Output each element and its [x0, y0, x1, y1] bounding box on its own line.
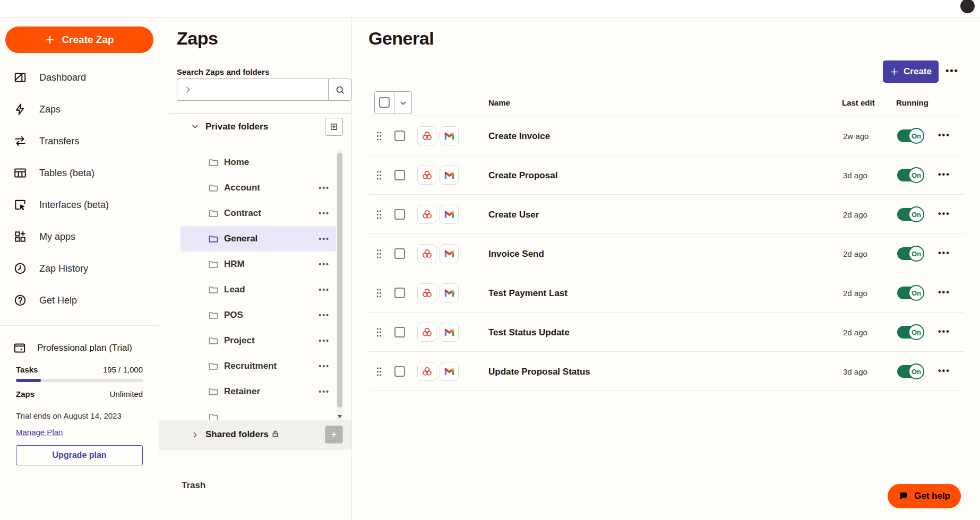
drag-handle-icon[interactable]	[375, 288, 383, 299]
running-toggle[interactable]: On	[897, 169, 923, 181]
last-edit-value: 2w ago	[843, 132, 869, 141]
private-folders-header[interactable]: Private folders	[159, 118, 351, 136]
row-menu-button[interactable]: •••	[938, 209, 950, 219]
scrollbar-down-arrow[interactable]	[338, 415, 342, 418]
running-toggle[interactable]: On	[897, 287, 923, 299]
folder-item[interactable]: Recruitment •••	[180, 353, 336, 379]
folder-more-menu-button[interactable]: •••	[945, 65, 959, 76]
running-toggle[interactable]: On	[897, 129, 923, 142]
zap-name-link[interactable]: Update Proposal Status	[488, 367, 590, 377]
folder-menu-button[interactable]: •••	[319, 184, 330, 192]
row-checkbox[interactable]	[394, 327, 405, 337]
toggle-on-label: On	[908, 206, 924, 222]
trash-link[interactable]: Trash	[182, 480, 205, 491]
row-menu-button[interactable]: •••	[938, 248, 950, 258]
lock-icon	[271, 429, 280, 438]
sidebar-item-tables[interactable]: Tables (beta)	[0, 157, 159, 189]
topbar	[0, 0, 980, 18]
select-all-checkbox[interactable]	[379, 97, 390, 108]
folder-menu-button[interactable]: •••	[319, 336, 330, 345]
folder-item[interactable]: Project •••	[180, 328, 336, 353]
chevron-down-icon[interactable]	[399, 99, 408, 108]
zap-name-link[interactable]: Create Invoice	[488, 131, 550, 142]
user-avatar[interactable]	[960, 0, 975, 13]
drag-handle-icon[interactable]	[375, 170, 383, 181]
zoho-icon	[417, 283, 436, 302]
zap-name-link[interactable]: Test Status Update	[488, 327, 570, 338]
running-toggle[interactable]: On	[897, 365, 923, 378]
drag-handle-icon[interactable]	[375, 327, 383, 338]
folder-menu-button[interactable]: •••	[319, 209, 330, 218]
shared-folders-label: Shared folders	[205, 429, 269, 440]
row-checkbox[interactable]	[394, 248, 405, 259]
row-menu-button[interactable]: •••	[938, 288, 950, 297]
row-checkbox[interactable]	[394, 209, 405, 220]
zoho-icon	[417, 244, 436, 263]
row-menu-button[interactable]: •••	[938, 327, 950, 336]
drag-handle-icon[interactable]	[375, 209, 383, 220]
sidebar-item-get-help[interactable]: Get Help	[0, 284, 159, 316]
folder-menu-button[interactable]: •••	[319, 362, 330, 370]
zap-name-link[interactable]: Invoice Send	[488, 249, 544, 259]
plan-name: Professional plan (Trial)	[37, 343, 132, 353]
add-shared-folder-button[interactable]	[325, 426, 343, 444]
row-checkbox[interactable]	[394, 170, 405, 180]
sidebar-item-my-apps[interactable]: My apps	[0, 221, 159, 253]
last-edit-value: 2d ago	[843, 328, 867, 337]
create-button[interactable]: Create	[883, 60, 939, 83]
folder-item[interactable]: Home •••	[180, 150, 336, 175]
folder-item[interactable]: Lead •••	[180, 277, 336, 302]
folder-item[interactable]: POS •••	[180, 302, 336, 328]
clock-icon	[13, 262, 27, 275]
create-zap-button[interactable]: Create Zap	[5, 27, 153, 53]
zap-name-link[interactable]: Test Payment Last	[488, 288, 568, 299]
column-header-name: Name	[488, 98, 510, 107]
zaps-label: Zaps	[16, 389, 35, 401]
manage-plan-link[interactable]: Manage Plan	[16, 428, 63, 437]
apps-grid-icon	[13, 230, 27, 244]
drag-handle-icon[interactable]	[375, 248, 383, 259]
folder-item[interactable]: HRM •••	[180, 252, 336, 277]
running-toggle[interactable]: On	[897, 208, 923, 221]
folder-item[interactable]: Account •••	[180, 175, 336, 201]
running-toggle[interactable]: On	[897, 326, 923, 339]
search-button[interactable]	[328, 79, 351, 101]
sidebar-item-interfaces[interactable]: Interfaces (beta)	[0, 189, 159, 221]
folder-item[interactable]: Retainer •••	[180, 379, 336, 404]
zap-name-link[interactable]: Create Proposal	[488, 170, 557, 181]
sidebar-item-transfers[interactable]: Transfers	[0, 125, 159, 157]
folder-item[interactable]: Contract •••	[180, 201, 336, 226]
get-help-button[interactable]: Get help	[888, 484, 961, 508]
row-checkbox[interactable]	[394, 288, 405, 298]
scrollbar-thumb[interactable]	[337, 153, 342, 408]
chevron-down-icon	[191, 122, 200, 131]
drag-handle-icon[interactable]	[375, 131, 383, 142]
row-checkbox[interactable]	[394, 131, 405, 141]
folder-menu-button[interactable]: •••	[319, 387, 330, 396]
sidebar: Create Zap Dashboard Zaps Transfers Tabl…	[0, 18, 159, 520]
folder-item[interactable]: General •••	[180, 226, 336, 252]
upgrade-plan-button[interactable]: Upgrade plan	[16, 445, 143, 465]
table-header: Name Last edit Running	[352, 90, 980, 116]
sidebar-item-label: Zaps	[39, 104, 61, 115]
search-input[interactable]	[196, 79, 328, 100]
shared-folders-header[interactable]: Shared folders	[159, 420, 351, 450]
sidebar-item-zaps[interactable]: Zaps	[0, 93, 159, 125]
add-private-folder-button[interactable]	[325, 118, 343, 136]
folder-title: General	[368, 28, 434, 49]
folder-menu-button[interactable]: •••	[319, 285, 330, 294]
main-content: General Create ••• Name Last edit Runnin…	[352, 18, 980, 520]
row-menu-button[interactable]: •••	[938, 366, 950, 376]
folder-menu-button[interactable]: •••	[319, 260, 330, 268]
sidebar-item-dashboard[interactable]: Dashboard	[0, 62, 159, 93]
running-toggle[interactable]: On	[897, 247, 923, 260]
drag-handle-icon[interactable]	[375, 366, 383, 377]
folder-menu-button[interactable]: •••	[319, 311, 330, 319]
row-menu-button[interactable]: •••	[938, 131, 950, 140]
folder-menu-button[interactable]: •••	[319, 235, 330, 243]
sidebar-item-zap-history[interactable]: Zap History	[0, 253, 159, 284]
row-menu-button[interactable]: •••	[938, 170, 950, 179]
zap-name-link[interactable]: Create User	[488, 210, 539, 220]
row-checkbox[interactable]	[394, 366, 405, 377]
search-input-wrap	[177, 79, 328, 101]
